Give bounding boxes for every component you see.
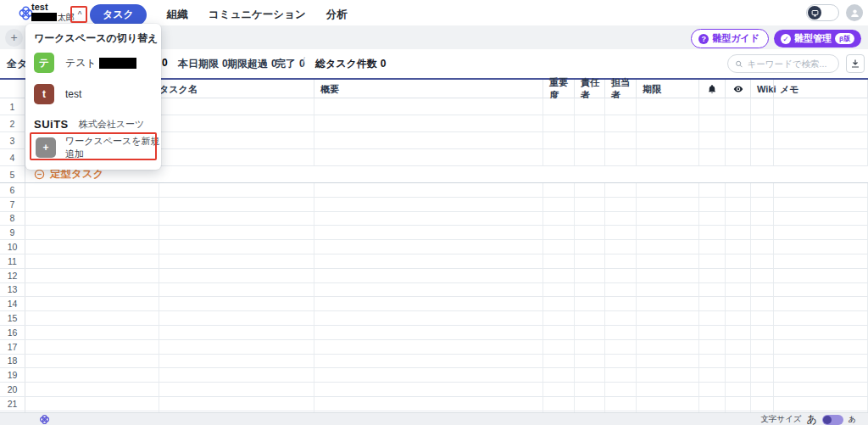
font-size-toggle[interactable] xyxy=(822,415,843,425)
table-cell[interactable] xyxy=(774,368,868,382)
table-cell[interactable] xyxy=(25,183,159,197)
table-cell[interactable] xyxy=(575,397,605,411)
table-cell[interactable] xyxy=(543,326,575,339)
table-cell[interactable] xyxy=(159,355,314,368)
column-header[interactable]: 担当者 xyxy=(605,80,637,98)
table-cell[interactable] xyxy=(575,340,605,354)
table-cell[interactable] xyxy=(314,283,543,297)
table-cell[interactable] xyxy=(605,311,637,325)
table-row[interactable]: 19 xyxy=(0,368,868,383)
table-cell[interactable] xyxy=(314,226,543,239)
table-cell[interactable] xyxy=(159,149,314,165)
table-cell[interactable] xyxy=(25,254,159,268)
table-cell[interactable] xyxy=(159,183,314,197)
table-cell[interactable] xyxy=(699,183,726,197)
workspace-item-test-jp[interactable]: テ テスト xyxy=(25,51,161,75)
table-cell[interactable] xyxy=(774,149,868,165)
table-cell[interactable] xyxy=(774,240,868,254)
table-cell[interactable] xyxy=(575,226,605,239)
table-cell[interactable] xyxy=(751,198,774,211)
table-cell[interactable] xyxy=(575,355,605,368)
table-cell[interactable] xyxy=(605,132,637,148)
table-cell[interactable] xyxy=(751,240,774,254)
nav-tab-analysis[interactable]: 分析 xyxy=(326,8,348,22)
table-cell[interactable] xyxy=(543,115,575,131)
table-cell[interactable] xyxy=(314,397,543,411)
table-cell[interactable] xyxy=(605,212,637,226)
table-cell[interactable] xyxy=(605,149,637,165)
table-cell[interactable] xyxy=(314,149,543,165)
table-cell[interactable] xyxy=(774,297,868,310)
table-cell[interactable] xyxy=(726,240,751,254)
table-cell[interactable] xyxy=(605,115,637,131)
table-cell[interactable] xyxy=(637,240,699,254)
table-cell[interactable] xyxy=(699,240,726,254)
table-cell[interactable] xyxy=(314,198,543,211)
table-cell[interactable] xyxy=(774,198,868,211)
table-cell[interactable] xyxy=(637,269,699,282)
table-row[interactable]: 12 xyxy=(0,269,868,283)
table-cell[interactable] xyxy=(699,355,726,368)
table-cell[interactable] xyxy=(159,340,314,354)
table-cell[interactable] xyxy=(637,397,699,411)
table-cell[interactable] xyxy=(774,226,868,239)
table-row[interactable]: 21 xyxy=(0,397,868,411)
table-cell[interactable] xyxy=(751,149,774,165)
table-cell[interactable] xyxy=(159,98,314,115)
table-cell[interactable] xyxy=(726,132,751,148)
table-cell[interactable] xyxy=(314,254,543,268)
table-cell[interactable] xyxy=(605,368,637,382)
table-cell[interactable] xyxy=(605,254,637,268)
table-cell[interactable] xyxy=(159,283,314,297)
table-cell[interactable] xyxy=(575,383,605,396)
table-cell[interactable] xyxy=(699,226,726,239)
table-row[interactable]: 13 xyxy=(0,283,868,298)
nav-tab-communication[interactable]: コミュニケーション xyxy=(209,8,306,22)
table-cell[interactable] xyxy=(774,132,868,148)
table-cell[interactable] xyxy=(699,115,726,131)
table-cell[interactable] xyxy=(543,254,575,268)
table-cell[interactable] xyxy=(159,212,314,226)
table-cell[interactable] xyxy=(637,355,699,368)
table-cell[interactable] xyxy=(543,340,575,354)
table-cell[interactable] xyxy=(543,383,575,396)
table-cell[interactable] xyxy=(605,183,637,197)
table-cell[interactable] xyxy=(751,311,774,325)
table-cell[interactable] xyxy=(575,297,605,310)
table-cell[interactable] xyxy=(726,283,751,297)
table-cell[interactable] xyxy=(25,198,159,211)
table-cell[interactable] xyxy=(159,226,314,239)
table-cell[interactable] xyxy=(543,311,575,325)
table-cell[interactable] xyxy=(605,226,637,239)
table-cell[interactable] xyxy=(575,132,605,148)
table-cell[interactable] xyxy=(314,269,543,282)
table-cell[interactable] xyxy=(543,183,575,197)
workspace-item-suits[interactable]: SUiTS 株式会社スーツ xyxy=(25,114,161,134)
table-cell[interactable] xyxy=(637,311,699,325)
table-cell[interactable] xyxy=(699,98,726,115)
table-cell[interactable] xyxy=(575,98,605,115)
table-cell[interactable] xyxy=(314,132,543,148)
table-cell[interactable] xyxy=(25,397,159,411)
table-cell[interactable] xyxy=(575,198,605,211)
table-row[interactable]: 8 xyxy=(0,212,868,226)
table-cell[interactable] xyxy=(726,183,751,197)
table-cell[interactable] xyxy=(25,297,159,310)
table-cell[interactable] xyxy=(751,226,774,239)
table-cell[interactable] xyxy=(637,98,699,115)
table-cell[interactable] xyxy=(543,355,575,368)
table-cell[interactable] xyxy=(159,311,314,325)
table-cell[interactable] xyxy=(699,397,726,411)
table-cell[interactable] xyxy=(543,212,575,226)
table-cell[interactable] xyxy=(575,326,605,339)
column-header[interactable] xyxy=(0,80,25,98)
table-cell[interactable] xyxy=(314,311,543,325)
table-cell[interactable] xyxy=(637,340,699,354)
table-cell[interactable] xyxy=(314,212,543,226)
table-cell[interactable] xyxy=(751,98,774,115)
table-cell[interactable] xyxy=(726,326,751,339)
table-row[interactable]: 6 xyxy=(0,183,868,198)
table-cell[interactable] xyxy=(575,240,605,254)
table-cell[interactable] xyxy=(726,254,751,268)
table-cell[interactable] xyxy=(159,115,314,131)
